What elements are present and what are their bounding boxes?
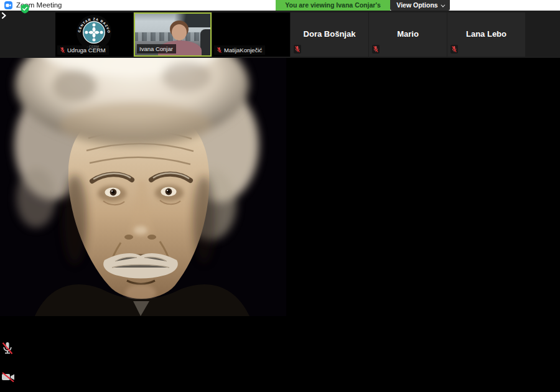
slide-quote-text: Ako nešto ne možeš jednostavno objasniti… [0, 319, 560, 341]
viewing-screen-banner: You are viewing Ivana Conjar's screen [276, 0, 390, 11]
muted-mic-icon [0, 341, 15, 356]
camera-off-icon [0, 370, 16, 385]
title-bar: Zoom Meeting You are viewing Ivana Conja… [0, 0, 560, 11]
view-options-button[interactable]: View Options [390, 0, 450, 11]
participant-name-tag: MatijaKonječić [214, 45, 265, 55]
muted-mic-icon [451, 45, 457, 53]
participant-name-tag: Ivana Conjar [137, 44, 176, 54]
participant-filmstrip: CENTAR ZA RAZVOJ MLADIH · CERM · Udruga … [0, 11, 560, 58]
muted-mic-icon [294, 45, 301, 53]
participant-tile-dora-bosnjak[interactable]: Dora Bošnjak [291, 12, 368, 57]
participant-name-tag: Udruga CERM [57, 45, 109, 55]
next-arrow-icon [0, 12, 7, 19]
participant-tile-lana-lebo[interactable]: Lana Lebo [447, 12, 525, 57]
encryption-shield-icon[interactable] [20, 4, 30, 14]
participant-tile-matija-konjecic[interactable]: MatijaKonječić [212, 12, 290, 57]
muted-mic-icon [373, 45, 379, 53]
muted-mic-icon [217, 47, 222, 54]
presentation-slide: Ako nešto ne možeš jednostavno objasniti… [0, 11, 560, 341]
zoom-logo-icon [4, 1, 12, 9]
unmute-button[interactable]: Unmute [0, 341, 36, 370]
muted-mic-icon [60, 47, 65, 54]
participant-tile-ivana-conjar[interactable]: Ivana Conjar [134, 12, 212, 57]
participant-tile-udruga-cerm[interactable]: CENTAR ZA RAZVOJ MLADIH · CERM · Udruga … [55, 12, 133, 57]
zoom-meeting-window: Zoom Meeting You are viewing Ivana Conja… [0, 0, 560, 392]
chevron-down-icon [441, 3, 445, 7]
meeting-toolbar: Unmute Start Video Security [0, 341, 560, 392]
start-video-button[interactable]: Start Video [0, 370, 37, 392]
participant-tile-mario[interactable]: Mario [369, 12, 447, 57]
